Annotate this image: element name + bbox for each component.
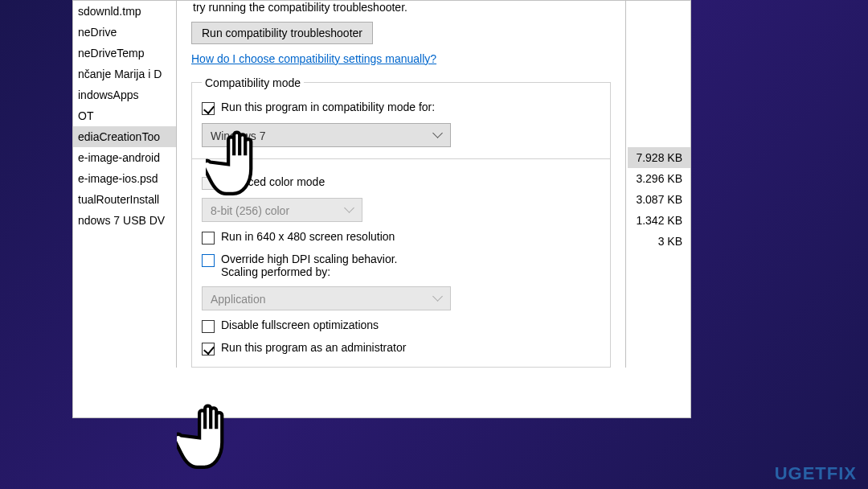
explorer-window: sdownld.tmp neDrive neDriveTemp nčanje M…: [72, 0, 691, 418]
file-item[interactable]: e-image-android: [73, 147, 178, 168]
file-item[interactable]: OT: [73, 105, 178, 126]
run-640x480-checkbox[interactable]: [202, 232, 215, 244]
properties-dialog: try running the compatibility troublesho…: [176, 0, 626, 368]
file-item[interactable]: neDrive: [73, 22, 178, 43]
disable-fullscreen-checkbox[interactable]: [202, 320, 215, 333]
file-size: 3.087 KB: [628, 189, 690, 210]
run-as-admin-label: Run this program as an administrator: [221, 341, 406, 354]
file-size-column: 7.928 KB 3.296 KB 3.087 KB 1.342 KB 3 KB: [628, 147, 690, 252]
dpi-scaling-value: Application: [211, 293, 266, 306]
override-dpi-label: Override high DPI scaling behavior. Scal…: [221, 253, 397, 278]
watermark: UGETFIX: [775, 463, 857, 484]
compat-os-value: Windows 7: [211, 129, 265, 142]
dpi-scaling-select: Application: [202, 286, 451, 310]
run-troubleshooter-button[interactable]: Run compatibility troubleshooter: [191, 22, 373, 44]
settings-group: Reduced color mode 8-bit (256) color Run…: [191, 159, 611, 368]
file-item[interactable]: indowsApps: [73, 84, 178, 105]
file-item[interactable]: e-image-ios.psd: [73, 168, 178, 189]
color-depth-value: 8-bit (256) color: [211, 204, 289, 217]
file-item[interactable]: ediaCreationToo: [73, 126, 178, 147]
run-640x480-label: Run in 640 x 480 screen resolution: [221, 230, 395, 243]
file-item[interactable]: tualRouterInstall: [73, 189, 178, 210]
chevron-down-icon: [434, 294, 442, 302]
file-item[interactable]: nčanje Marija i D: [73, 64, 178, 84]
file-size: 7.928 KB: [628, 147, 690, 168]
intro-text: try running the compatibility troublesho…: [193, 1, 611, 15]
compat-mode-label: Run this program in compatibility mode f…: [221, 101, 435, 113]
file-item[interactable]: neDriveTemp: [73, 43, 178, 64]
chevron-down-icon: [434, 131, 442, 139]
file-name-column: sdownld.tmp neDrive neDriveTemp nčanje M…: [73, 1, 178, 418]
compatibility-mode-legend: Compatibility mode: [202, 76, 304, 89]
chevron-down-icon: [346, 206, 354, 214]
reduced-color-label: Reduced color mode: [221, 175, 325, 188]
file-size: 3.296 KB: [628, 168, 690, 189]
compat-mode-checkbox[interactable]: [202, 102, 215, 115]
manual-settings-link[interactable]: How do I choose compatibility settings m…: [191, 52, 436, 65]
color-depth-select: 8-bit (256) color: [202, 198, 362, 222]
file-item[interactable]: ndows 7 USB DV: [73, 210, 178, 231]
reduced-color-checkbox[interactable]: [202, 177, 215, 190]
override-dpi-checkbox[interactable]: [202, 254, 215, 267]
compatibility-mode-group: Compatibility mode Run this program in c…: [191, 76, 611, 159]
disable-fullscreen-label: Disable fullscreen optimizations: [221, 318, 379, 331]
file-size: 3 KB: [628, 231, 690, 252]
run-as-admin-checkbox[interactable]: [202, 343, 215, 355]
file-item[interactable]: sdownld.tmp: [73, 1, 178, 22]
file-size: 1.342 KB: [628, 210, 690, 231]
compat-os-select[interactable]: Windows 7: [202, 123, 451, 147]
